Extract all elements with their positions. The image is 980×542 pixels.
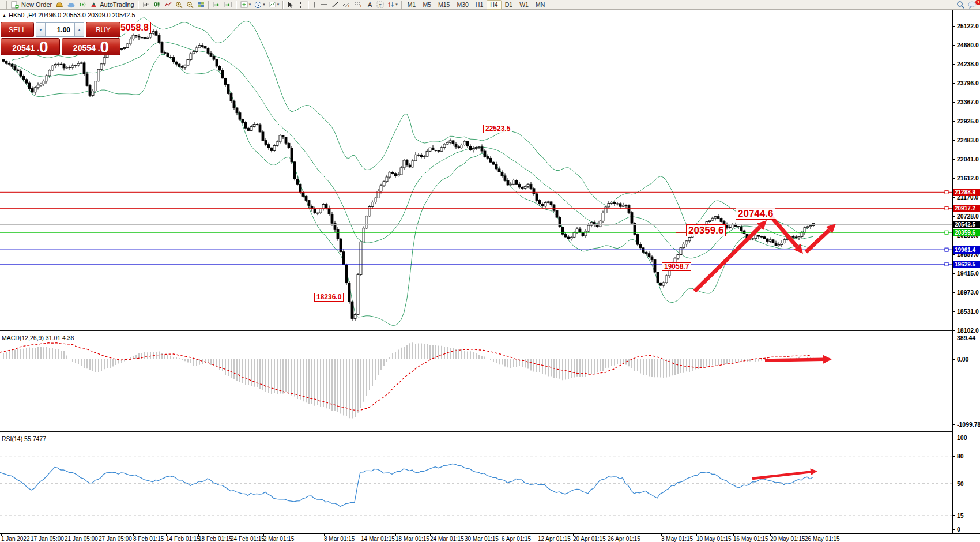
rsi-chart	[0, 434, 952, 533]
timeframe-d1-button[interactable]: D1	[502, 0, 516, 10]
clipped-icon[interactable]	[1, 1, 5, 9]
buy-button[interactable]: BUY	[86, 22, 120, 37]
cloud-publish-icon[interactable]	[65, 1, 77, 9]
arrow-head-icon[interactable]	[823, 355, 832, 364]
horizontal-levels[interactable]	[0, 190, 952, 266]
level-price-label[interactable]: 19961.4	[953, 246, 980, 254]
zoom-in-icon[interactable]	[174, 1, 184, 9]
cloud-publish-icon	[67, 2, 76, 8]
chat-icon[interactable]: 1	[966, 1, 979, 9]
one-click-trading-widget: SELL ▼ 1.00 ▲ BUY 20541 . 0 20554 . 0	[1, 22, 120, 55]
level-price-label[interactable]: 21288.9	[953, 189, 980, 196]
gold-icon[interactable]	[54, 1, 65, 9]
timeframe-h4-button[interactable]: H4	[487, 0, 501, 10]
trendline-icon[interactable]	[330, 1, 341, 9]
new-order-button[interactable]: New Order	[9, 1, 54, 9]
price-annotation-label[interactable]: 22523.5	[483, 125, 512, 133]
timeframe-m30-button[interactable]: M30	[453, 0, 472, 10]
horizontal-line-icon[interactable]	[319, 1, 330, 9]
axis-tick	[953, 273, 955, 274]
auto-scroll-icon[interactable]	[211, 1, 223, 9]
periods-icon[interactable]: ▾	[252, 1, 267, 9]
price-axis[interactable]: 25122.024680.024238.023796.023367.022925…	[952, 10, 980, 533]
line-anchor-icon[interactable]	[945, 248, 948, 251]
timeframe-h1-button[interactable]: H1	[472, 0, 487, 10]
line-anchor-icon[interactable]	[945, 190, 948, 194]
fibonacci-icon[interactable]: F	[353, 1, 365, 9]
bar-chart-icon	[142, 1, 150, 8]
volume-input[interactable]: 1.00	[46, 22, 74, 37]
timeframe-m1-button[interactable]: M1	[404, 0, 420, 10]
chevron-down-icon[interactable]: ▾	[395, 2, 398, 7]
chevron-down-icon[interactable]: ▾	[263, 2, 265, 7]
main-chart-pane: ▲ HK50-,H4 20496.0 20553.0 20309.0 20542…	[0, 10, 952, 330]
time-tick-label: 24 Feb 01:15	[231, 536, 265, 542]
cursor-icon[interactable]	[285, 1, 295, 9]
price-tick-label: 20728.0	[957, 213, 979, 220]
vertical-line-icon[interactable]	[311, 1, 319, 9]
equidistant-channel-icon[interactable]: E	[341, 1, 353, 9]
timeframe-m5-button[interactable]: M5	[419, 0, 435, 10]
arrows-objects-icon[interactable]: ▾	[386, 1, 399, 9]
vertical-line-icon	[312, 1, 317, 9]
candlestick-chart-icon[interactable]	[152, 1, 163, 9]
volume-decrease-button[interactable]: ▼	[36, 22, 46, 37]
fibonacci-icon: F	[355, 1, 363, 8]
level-price-label[interactable]: 19629.5	[953, 261, 980, 268]
bar-chart-icon[interactable]	[141, 1, 152, 9]
line-anchor-icon[interactable]	[945, 262, 948, 266]
notification-badge: 1	[975, 0, 980, 5]
annotation-arrow[interactable]	[765, 359, 823, 360]
text-label-icon[interactable]: T	[375, 1, 386, 9]
price-annotation-label[interactable]: 20744.6	[736, 208, 775, 220]
equidistant-channel-icon: E	[342, 1, 351, 8]
chevron-down-icon[interactable]: ▾	[277, 2, 280, 7]
search-icon[interactable]	[955, 1, 966, 9]
timeframe-m15-button[interactable]: M15	[435, 0, 453, 10]
arrow-head-icon[interactable]	[810, 468, 817, 475]
rsi-scale-label: 50	[957, 480, 964, 487]
signals-icon	[79, 1, 86, 8]
price-annotation-label[interactable]: 19058.7	[662, 262, 691, 271]
crosshair-icon[interactable]	[295, 1, 306, 9]
timeframe-w1-button[interactable]: W1	[516, 0, 532, 10]
autotrading-button[interactable]: AutoTrading	[88, 1, 136, 9]
axis-tick	[953, 140, 955, 141]
sell-button[interactable]: SELL	[1, 22, 34, 37]
annotation-arrow[interactable]	[806, 230, 829, 252]
volume-increase-button[interactable]: ▲	[74, 22, 84, 37]
candlestick-chart	[0, 10, 952, 330]
level-price-label[interactable]: 20917.2	[953, 205, 980, 212]
buy-price[interactable]: 20554 . 0	[62, 38, 120, 55]
price-tick-label: 23796.0	[957, 80, 979, 86]
line-chart-icon[interactable]	[163, 1, 174, 9]
candlestick-chart-icon	[153, 1, 161, 8]
one-click-collapse-icon[interactable]: ▲	[2, 13, 6, 17]
chart-shift-icon[interactable]	[223, 1, 234, 9]
templates-icon[interactable]: ▾	[267, 1, 281, 9]
line-anchor-icon[interactable]	[945, 231, 948, 234]
gold-icon	[55, 2, 63, 8]
time-tick-label: 20 May 01:15	[770, 536, 805, 542]
text-icon[interactable]: A	[365, 1, 375, 9]
annotation-arrow[interactable]	[752, 472, 811, 479]
timeframe-mn-button[interactable]: MN	[532, 0, 548, 10]
sell-price[interactable]: 20541 . 0	[1, 38, 60, 55]
time-axis[interactable]: 1 Jan 202217 Jan 05:0021 Jan 05:0027 Jan…	[0, 533, 980, 542]
indicators-icon[interactable]: ▾	[239, 1, 253, 9]
price-annotation-label[interactable]: 18236.0	[314, 293, 344, 302]
price-annotation-label[interactable]: 20359.6	[686, 224, 726, 236]
axis-tick	[953, 424, 955, 425]
signals-icon[interactable]	[77, 1, 88, 9]
toolbar-separator	[282, 1, 284, 9]
line-anchor-icon[interactable]	[945, 206, 948, 210]
time-tick-label: 8 Feb 01:15	[133, 536, 164, 542]
chevron-down-icon[interactable]: ▾	[249, 2, 251, 7]
level-price-label[interactable]: 20359.6	[953, 229, 980, 236]
chart-title-text: HK50-,H4 20496.0 20553.0 20309.0 20542.5	[9, 12, 135, 18]
axis-tick	[953, 438, 955, 438]
tile-windows-icon[interactable]	[195, 1, 206, 9]
level-price-label[interactable]: 20542.5	[953, 221, 980, 228]
zoom-out-icon[interactable]	[184, 1, 195, 9]
time-tick-label: 16 May 01:15	[733, 536, 768, 542]
